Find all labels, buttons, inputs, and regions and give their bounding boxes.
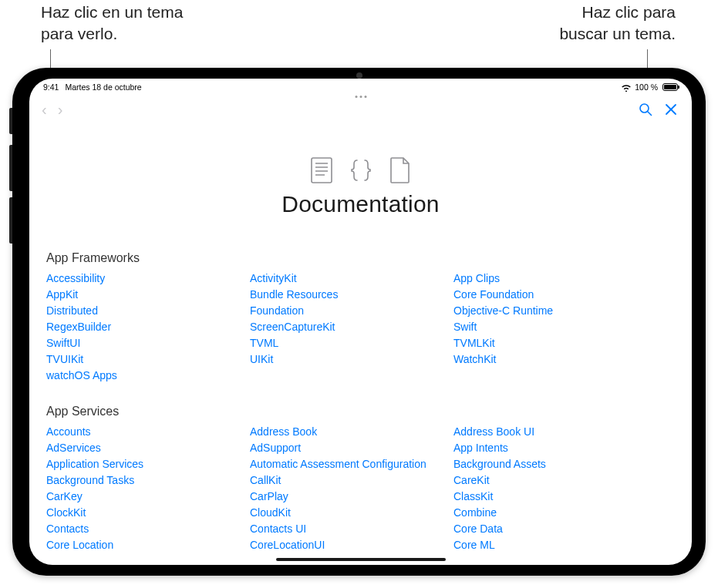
close-icon[interactable] xyxy=(664,102,678,116)
list-item: Core Location xyxy=(46,536,247,553)
list-item: Core ML xyxy=(453,536,654,553)
list-item: Objective-C Runtime xyxy=(453,302,654,318)
list-item: Combine xyxy=(453,504,654,520)
link-grid: AccountsAddress BookAddress Book UIAdSer… xyxy=(46,423,675,553)
topic-link[interactable]: WatchKit xyxy=(453,353,497,365)
topic-link[interactable]: Accessibility xyxy=(46,272,105,284)
topic-link[interactable]: ActivityKit xyxy=(250,272,297,284)
svg-rect-4 xyxy=(312,158,332,183)
topic-link[interactable]: ClassKit xyxy=(453,490,493,502)
topic-link[interactable]: App Intents xyxy=(453,442,508,454)
topic-link[interactable]: CareKit xyxy=(453,474,490,486)
topic-link[interactable]: CloudKit xyxy=(250,506,291,519)
list-item: Accessibility xyxy=(46,270,247,286)
topic-link[interactable]: Core ML xyxy=(453,539,495,551)
wifi-icon xyxy=(621,83,632,92)
topic-link[interactable]: App Clips xyxy=(453,272,500,284)
list-item: Bundle Resources xyxy=(250,286,450,302)
topic-link[interactable]: TVML xyxy=(250,337,278,349)
topic-link[interactable]: Address Book UI xyxy=(453,425,534,438)
annotation-text: Haz clic para xyxy=(582,3,676,21)
list-item: ScreenCaptureKit xyxy=(250,318,450,334)
topic-link[interactable]: TVMLKit xyxy=(453,337,495,349)
section: App FrameworksAccessibilityActivityKitAp… xyxy=(46,251,675,383)
screen: 9:41 Martes 18 de octubre 100 % ‹ › xyxy=(29,79,692,565)
link-grid: AccessibilityActivityKitApp ClipsAppKitB… xyxy=(46,270,675,383)
topic-link[interactable]: Core Data xyxy=(453,522,503,535)
list-item: AppKit xyxy=(46,286,247,302)
topic-link[interactable]: UIKit xyxy=(250,353,273,365)
list-item: CallKit xyxy=(250,472,450,488)
forward-button[interactable]: › xyxy=(58,102,63,117)
topic-link[interactable]: Foundation xyxy=(250,304,304,317)
annotation-text: buscar un tema. xyxy=(559,25,676,42)
topic-link[interactable]: RegexBuilder xyxy=(46,321,111,333)
topic-link[interactable]: Core Location xyxy=(46,539,113,551)
topic-link[interactable]: Combine xyxy=(453,506,497,519)
topic-link[interactable]: AppKit xyxy=(46,288,78,301)
topic-link[interactable]: Background Assets xyxy=(453,458,546,470)
topic-link[interactable]: Address Book xyxy=(250,425,317,438)
topic-link[interactable]: Distributed xyxy=(46,304,98,317)
list-item: TVML xyxy=(250,334,450,351)
topic-link[interactable]: SwiftUI xyxy=(46,337,80,349)
topic-link[interactable]: Objective-C Runtime xyxy=(453,304,553,317)
hero-icons xyxy=(46,157,675,183)
list-item: watchOS Apps xyxy=(46,367,247,383)
list-item: Automatic Assessment Configuration xyxy=(250,455,450,472)
list-item: TVUIKit xyxy=(46,351,247,367)
topic-link[interactable]: Background Tasks xyxy=(46,474,134,486)
battery-icon xyxy=(662,83,678,91)
topic-link[interactable]: ClockKit xyxy=(46,506,86,519)
list-item: Contacts UI xyxy=(250,520,450,536)
topic-link[interactable]: Application Services xyxy=(46,458,143,470)
topic-link[interactable]: Swift xyxy=(453,321,477,333)
list-item: UIKit xyxy=(250,351,450,367)
content-area: Documentation App FrameworksAccessibilit… xyxy=(29,122,692,565)
topic-link[interactable]: Contacts UI xyxy=(250,522,306,535)
hardware-button xyxy=(9,108,12,134)
section-title: App Frameworks xyxy=(46,251,675,265)
topic-link[interactable]: CarKey xyxy=(46,490,83,502)
list-item: ActivityKit xyxy=(250,270,450,286)
topic-link[interactable]: Automatic Assessment Configuration xyxy=(250,458,426,470)
list-item: SwiftUI xyxy=(46,334,247,351)
topic-link[interactable]: watchOS Apps xyxy=(46,369,117,381)
topic-link[interactable]: Accounts xyxy=(46,425,91,438)
topic-link[interactable]: CallKit xyxy=(250,474,281,486)
section: App ServicesAccountsAddress BookAddress … xyxy=(46,405,675,553)
topic-link[interactable]: Contacts xyxy=(46,522,89,535)
status-time: 9:41 xyxy=(43,82,59,92)
list-item: RegexBuilder xyxy=(46,318,247,334)
list-item: TVMLKit xyxy=(453,334,654,351)
multitask-ellipsis-icon[interactable] xyxy=(355,96,366,98)
topic-link[interactable]: Core Foundation xyxy=(453,288,534,301)
list-item: Swift xyxy=(453,318,654,334)
topic-link[interactable]: AdSupport xyxy=(250,442,301,454)
battery-text: 100 % xyxy=(635,82,658,92)
list-item: Background Assets xyxy=(453,455,654,472)
status-right: 100 % xyxy=(621,82,678,92)
list-item: Address Book xyxy=(250,423,450,439)
list-item: App Clips xyxy=(453,270,654,286)
list-item: AdServices xyxy=(46,439,247,455)
list-item: WatchKit xyxy=(453,351,654,367)
document-list-icon xyxy=(311,157,332,183)
ipad-device-frame: 9:41 Martes 18 de octubre 100 % ‹ › xyxy=(12,68,706,576)
home-indicator[interactable] xyxy=(276,558,446,561)
topic-link[interactable]: Bundle Resources xyxy=(250,288,338,301)
list-item: CloudKit xyxy=(250,504,450,520)
topic-link[interactable]: AdServices xyxy=(46,442,101,454)
status-left: 9:41 Martes 18 de octubre xyxy=(43,82,142,92)
list-item: AdSupport xyxy=(250,439,450,455)
topic-link[interactable]: CarPlay xyxy=(250,490,288,502)
status-date: Martes 18 de octubre xyxy=(65,82,141,92)
back-button[interactable]: ‹ xyxy=(42,102,47,117)
list-item: Background Tasks xyxy=(46,472,247,488)
search-icon[interactable] xyxy=(638,102,653,117)
hardware-button xyxy=(9,197,12,244)
topic-link[interactable]: TVUIKit xyxy=(46,353,83,365)
topic-link[interactable]: ScreenCaptureKit xyxy=(250,321,335,333)
topic-link[interactable]: CoreLocationUI xyxy=(250,539,325,551)
list-item: Accounts xyxy=(46,423,247,439)
